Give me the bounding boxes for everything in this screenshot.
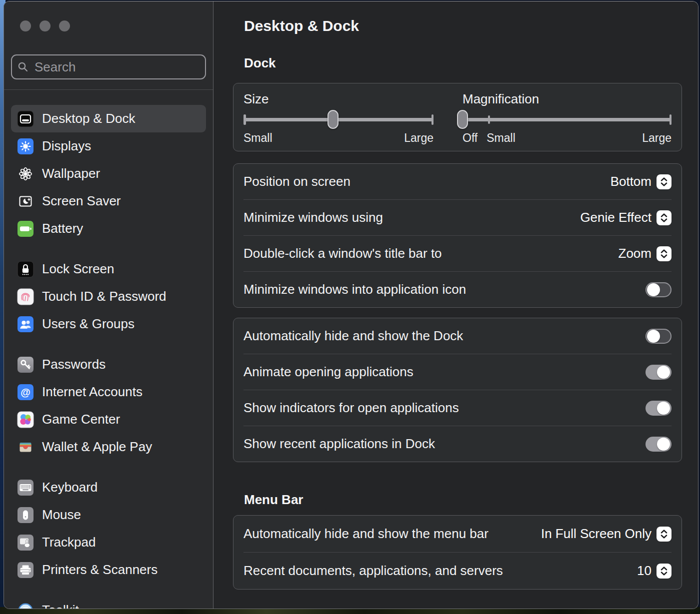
trackpad-icon xyxy=(17,534,34,551)
magnification-slider-thumb[interactable] xyxy=(457,110,468,129)
sidebar-item-label: Keyboard xyxy=(42,480,98,495)
sidebar-item-lock-screen[interactable]: Lock Screen xyxy=(11,255,206,283)
menu-bar-section-header: Menu Bar xyxy=(244,493,682,506)
sidebar-item-label: Mouse xyxy=(42,507,81,523)
sidebar-item-label: Displays xyxy=(42,138,91,154)
sidebar-item-label: Trackpad xyxy=(42,535,96,550)
page-title: Desktop & Dock xyxy=(244,18,682,33)
sidebar-item-label: Printers & Scanners xyxy=(42,562,158,578)
sidebar-item-passwords[interactable]: Passwords xyxy=(11,351,206,378)
sidebar-item-label: Passwords xyxy=(42,357,106,372)
wallet-icon xyxy=(17,439,34,456)
sidebar-item-trackpad[interactable]: Trackpad xyxy=(11,529,206,556)
setting-row-minimize-into-app-icon: Minimize windows into application icon xyxy=(234,272,682,307)
sidebar-item-label: Lock Screen xyxy=(42,261,114,277)
magnification-slider[interactable] xyxy=(462,108,672,130)
auto-hide-dock-toggle[interactable] xyxy=(646,329,672,344)
dock-section-header: Dock xyxy=(244,56,682,69)
auto-hide-menu-bar-dropdown[interactable]: In Full Screen Only xyxy=(541,526,672,542)
minimize-button[interactable] xyxy=(40,20,50,31)
sidebar-item-keyboard[interactable]: Keyboard xyxy=(11,474,206,501)
screen-saver-icon xyxy=(17,193,34,210)
displays-icon xyxy=(17,138,34,155)
passwords-icon xyxy=(17,356,34,373)
setting-row-auto-hide-menu-bar: Automatically hide and show the menu bar… xyxy=(234,516,682,552)
search-input[interactable] xyxy=(34,59,200,75)
sidebar-item-label: Wallpaper xyxy=(42,166,100,181)
keyboard-icon xyxy=(17,479,34,496)
sidebar-item-label: Wallet & Apple Pay xyxy=(42,439,152,455)
desktop-wallpaper: Desktop & Dock xyxy=(0,0,700,614)
magnification-off-label: Off xyxy=(462,131,478,145)
sidebar-nav: Desktop & Dock xyxy=(11,105,206,609)
sidebar-item-label: Desktop & Dock xyxy=(42,111,135,126)
zoom-button[interactable] xyxy=(59,20,70,31)
setting-row-recent-documents: Recent documents, applications, and serv… xyxy=(234,553,682,589)
stepper-icon[interactable] xyxy=(656,210,672,225)
sidebar-item-screen-saver[interactable]: Screen Saver xyxy=(11,187,206,215)
sidebar-item-users-groups[interactable]: Users & Groups xyxy=(11,310,206,338)
sidebar-item-displays[interactable]: Displays xyxy=(11,132,206,160)
lock-screen-icon xyxy=(17,261,34,278)
sidebar-item-desktop-dock[interactable]: Desktop & Dock xyxy=(11,105,206,132)
size-min-label: Small xyxy=(244,131,272,145)
sidebar-item-printers-scanners[interactable]: Printers & Scanners xyxy=(11,556,206,584)
setting-row-show-indicators: Show indicators for open applications xyxy=(234,390,682,426)
sidebar-item-wallpaper[interactable]: Wallpaper xyxy=(11,160,206,187)
sidebar-item-label: Users & Groups xyxy=(42,316,134,332)
stepper-icon[interactable] xyxy=(656,174,672,189)
sidebar-item-wallet[interactable]: Wallet & Apple Pay xyxy=(11,433,206,461)
minimize-effect-dropdown[interactable]: Genie Effect xyxy=(580,210,672,225)
search-field[interactable] xyxy=(11,54,206,79)
setting-row-minimize-windows-using: Minimize windows using Genie Effect xyxy=(234,200,682,235)
stepper-icon[interactable] xyxy=(656,564,672,579)
sidebar-item-game-center[interactable]: Game Center xyxy=(11,406,206,433)
sidebar-item-toolkit[interactable]: Toolkit xyxy=(11,597,206,609)
close-button[interactable] xyxy=(20,20,31,31)
setting-row-auto-hide-dock: Automatically hide and show the Dock xyxy=(234,318,682,354)
stepper-icon[interactable] xyxy=(656,527,672,542)
minimize-into-app-icon-toggle[interactable] xyxy=(646,282,672,297)
desktop-dock-icon xyxy=(17,110,34,127)
double-click-action-dropdown[interactable]: Zoom xyxy=(618,246,672,261)
sidebar-item-touch-id[interactable]: Touch ID & Password xyxy=(11,283,206,310)
size-slider-label: Size xyxy=(244,91,434,108)
recent-documents-dropdown[interactable]: 10 xyxy=(637,563,672,579)
battery-icon xyxy=(17,220,34,237)
size-slider[interactable] xyxy=(244,108,434,130)
magnification-max-label: Large xyxy=(642,131,672,145)
dock-sliders-card: Size Small Large Magnification xyxy=(233,83,682,151)
sidebar-item-internet-accounts[interactable]: @ Internet Accounts xyxy=(11,378,206,406)
game-center-icon xyxy=(17,411,34,428)
main-panel: Desktop & Dock Dock Size Small Large xyxy=(214,1,698,609)
animate-opening-toggle[interactable] xyxy=(646,365,672,380)
toolkit-icon xyxy=(17,602,34,610)
size-max-label: Large xyxy=(404,131,434,145)
setting-row-double-click-titlebar: Double-click a window's title bar to Zoo… xyxy=(234,236,682,271)
sidebar-item-mouse[interactable]: Mouse xyxy=(11,501,206,529)
sidebar-item-label: Toolkit xyxy=(42,603,79,609)
dock-options-card: Position on screen Bottom Minimize windo… xyxy=(233,163,682,308)
sidebar-item-label: Battery xyxy=(42,221,83,236)
size-slider-thumb[interactable] xyxy=(328,110,338,129)
sidebar: Desktop & Dock xyxy=(4,1,213,609)
setting-row-animate-opening: Animate opening applications xyxy=(234,354,682,390)
printers-icon xyxy=(17,562,34,579)
stepper-icon[interactable] xyxy=(656,246,672,261)
sidebar-item-label: Screen Saver xyxy=(42,193,121,209)
window-controls xyxy=(11,1,206,31)
dock-toggles-card: Automatically hide and show the Dock Ani… xyxy=(233,318,682,462)
users-groups-icon xyxy=(17,316,34,333)
internet-accounts-icon: @ xyxy=(17,384,34,401)
sidebar-item-battery[interactable]: Battery xyxy=(11,215,206,242)
wallpaper-icon xyxy=(17,165,34,182)
show-recent-apps-toggle[interactable] xyxy=(646,437,672,452)
position-on-screen-dropdown[interactable]: Bottom xyxy=(610,174,672,189)
sidebar-item-label: Internet Accounts xyxy=(42,384,142,400)
show-indicators-toggle[interactable] xyxy=(646,401,672,416)
setting-row-position-on-screen: Position on screen Bottom xyxy=(234,164,682,199)
magnification-small-tick xyxy=(488,115,490,124)
touch-id-icon xyxy=(17,288,34,305)
mouse-icon xyxy=(17,507,34,524)
magnification-min-label: Small xyxy=(486,131,516,145)
